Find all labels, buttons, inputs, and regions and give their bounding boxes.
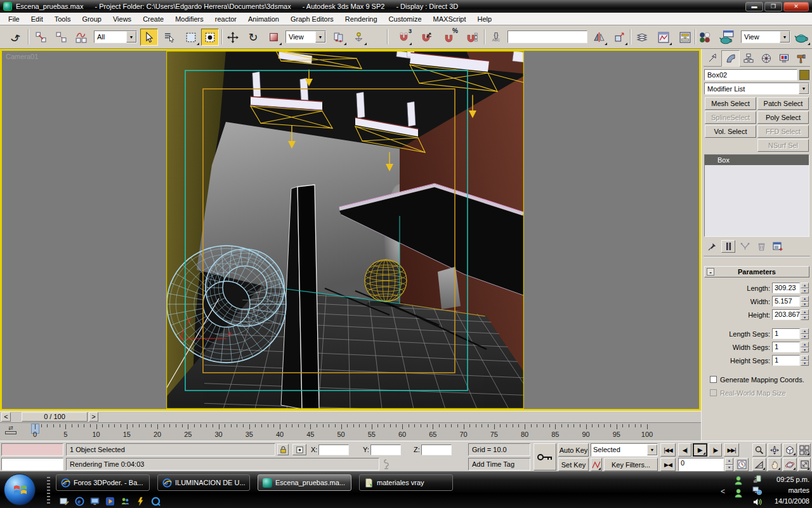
- quicklaunch-remote-desktop[interactable]: [89, 495, 100, 507]
- time-forward-button[interactable]: >: [89, 412, 98, 422]
- object-name-field[interactable]: Box02: [704, 69, 797, 81]
- menu-edit[interactable]: Edit: [25, 13, 49, 25]
- track-bar[interactable]: ⇄ 05101520253035404550556065707580859095…: [0, 422, 701, 441]
- menu-group[interactable]: Group: [76, 13, 107, 25]
- width-field[interactable]: 5.157: [772, 296, 800, 307]
- remove-modifier-button[interactable]: [754, 240, 768, 253]
- zoom-extents-button[interactable]: [783, 443, 797, 457]
- make-unique-button[interactable]: [738, 240, 752, 253]
- zoom-all-button[interactable]: [768, 443, 782, 457]
- unlink-selection-button[interactable]: [52, 29, 70, 46]
- width-spinner[interactable]: ▴▾: [801, 296, 809, 307]
- render-type-combo[interactable]: View ▼: [741, 30, 790, 43]
- tab-hierarchy[interactable]: [740, 50, 757, 67]
- absolute-offset-toggle[interactable]: [292, 444, 306, 455]
- maxscript-mini-listener-white[interactable]: [1, 458, 63, 471]
- tab-utilities[interactable]: [792, 50, 810, 67]
- width-segs-field[interactable]: 1: [772, 342, 800, 352]
- restore-button[interactable]: ❐: [764, 2, 782, 11]
- height-segs-spinner[interactable]: ▴▾: [801, 355, 809, 366]
- menu-customize[interactable]: Customize: [383, 13, 428, 25]
- maxscript-mini-listener-pink[interactable]: [1, 443, 63, 456]
- menu-reactor[interactable]: reactor: [209, 13, 242, 25]
- x-coord-field[interactable]: [318, 444, 349, 455]
- pan-button[interactable]: [768, 458, 782, 471]
- chevron-down-icon[interactable]: ▼: [647, 444, 657, 455]
- tray-network-icon[interactable]: [752, 486, 762, 497]
- select-and-link-button[interactable]: [32, 29, 49, 46]
- previous-frame-button[interactable]: ◀|: [678, 443, 691, 457]
- next-frame-button[interactable]: |▶: [709, 443, 722, 457]
- modifier-stack[interactable]: Box: [704, 154, 809, 237]
- arc-rotate-button[interactable]: [783, 458, 797, 471]
- frame-spinner[interactable]: ▴▾: [725, 458, 733, 471]
- selected-filter-combo[interactable]: Selected ▼: [591, 443, 658, 457]
- layer-manager-button[interactable]: [633, 29, 651, 46]
- scene-canvas[interactable]: x y: [166, 51, 524, 409]
- configure-modifier-sets-button[interactable]: [771, 240, 785, 253]
- field-of-view-button[interactable]: [752, 458, 766, 471]
- tray-messenger-icon[interactable]: [733, 488, 743, 500]
- menu-tools[interactable]: Tools: [49, 13, 77, 25]
- time-slider[interactable]: < 0 / 100 >: [0, 411, 701, 422]
- key-filters-button[interactable]: Key Filters...: [604, 458, 658, 471]
- menu-graph-editors[interactable]: Graph Editors: [285, 13, 339, 25]
- tray-power-icon[interactable]: [752, 474, 762, 485]
- generate-mapping-checkbox[interactable]: [710, 376, 717, 383]
- material-editor-button[interactable]: [697, 29, 713, 46]
- go-to-start-button[interactable]: |◀◀: [660, 443, 676, 457]
- length-segs-field[interactable]: 1: [772, 328, 800, 339]
- select-and-move-button[interactable]: [224, 29, 242, 46]
- time-slider-handle[interactable]: 0 / 100: [22, 412, 88, 422]
- pin-stack-button[interactable]: [705, 240, 719, 253]
- close-button[interactable]: ✕: [783, 2, 809, 11]
- tray-chevron-icon[interactable]: <: [721, 487, 725, 496]
- taskbar-item-foros[interactable]: e Foros 3DPoder. - Ba...: [56, 474, 150, 491]
- menu-views[interactable]: Views: [107, 13, 137, 25]
- open-mini-curve-editor-button[interactable]: ⇄: [4, 425, 18, 439]
- time-back-button[interactable]: <: [1, 412, 11, 422]
- patch-select-button[interactable]: Patch Select: [757, 97, 809, 110]
- quicklaunch-internet-explorer[interactable]: e: [74, 495, 85, 507]
- mirror-button[interactable]: [590, 29, 608, 46]
- height-spinner[interactable]: ▴▾: [801, 309, 809, 320]
- set-keys-button[interactable]: [534, 443, 556, 471]
- rectangular-selection-region-button[interactable]: [182, 29, 200, 46]
- add-time-tag[interactable]: Add Time Tag: [468, 458, 530, 471]
- collapse-icon[interactable]: -: [707, 268, 714, 276]
- select-and-scale-button[interactable]: [265, 29, 282, 46]
- stack-item-box[interactable]: Box: [705, 155, 809, 165]
- named-selection-sets-button[interactable]: {} ABC: [487, 29, 505, 46]
- selection-lock-toggle[interactable]: [277, 444, 289, 455]
- height-segs-field[interactable]: 1: [772, 355, 800, 366]
- length-spinner[interactable]: ▴▾: [801, 283, 809, 293]
- snap-toggle-3d[interactable]: 3: [395, 29, 412, 46]
- bind-to-space-warp-button[interactable]: [72, 29, 90, 46]
- curve-editor-button[interactable]: [655, 29, 672, 46]
- selection-filter-combo[interactable]: All ▼: [94, 30, 137, 43]
- auto-key-button[interactable]: Auto Key: [558, 443, 589, 457]
- tab-display[interactable]: [775, 50, 793, 67]
- quicklaunch-show-desktop[interactable]: [58, 495, 70, 507]
- taskbar-item-materiales-vray[interactable]: materiales vray: [359, 474, 453, 491]
- modifier-list-combo[interactable]: Modifier List ▼: [704, 83, 809, 95]
- menu-animation[interactable]: Animation: [242, 13, 285, 25]
- schematic-view-button[interactable]: [676, 29, 694, 46]
- tab-motion[interactable]: [757, 50, 775, 67]
- tab-create[interactable]: [704, 50, 721, 67]
- length-field[interactable]: 309.23: [772, 283, 800, 293]
- render-scene-dialog-button[interactable]: [717, 29, 737, 46]
- tray-clock-time[interactable]: 09:25 p.m.: [769, 476, 809, 483]
- go-to-end-button[interactable]: ▶▶|: [724, 443, 739, 457]
- menu-maxscript[interactable]: MAXScript: [428, 13, 472, 25]
- chevron-down-icon[interactable]: ▼: [799, 83, 809, 94]
- chevron-down-icon[interactable]: ▼: [315, 31, 325, 43]
- poly-select-button[interactable]: Poly Select: [757, 111, 809, 124]
- time-configuration-button[interactable]: [735, 458, 749, 471]
- default-in-out-tangents-button[interactable]: [591, 458, 602, 471]
- mesh-select-button[interactable]: Mesh Select: [705, 97, 756, 110]
- menu-modifiers[interactable]: Modifiers: [169, 13, 209, 25]
- start-button[interactable]: [4, 474, 36, 505]
- window-crossing-toggle[interactable]: [201, 29, 219, 46]
- undo-button[interactable]: ↷: [6, 29, 24, 46]
